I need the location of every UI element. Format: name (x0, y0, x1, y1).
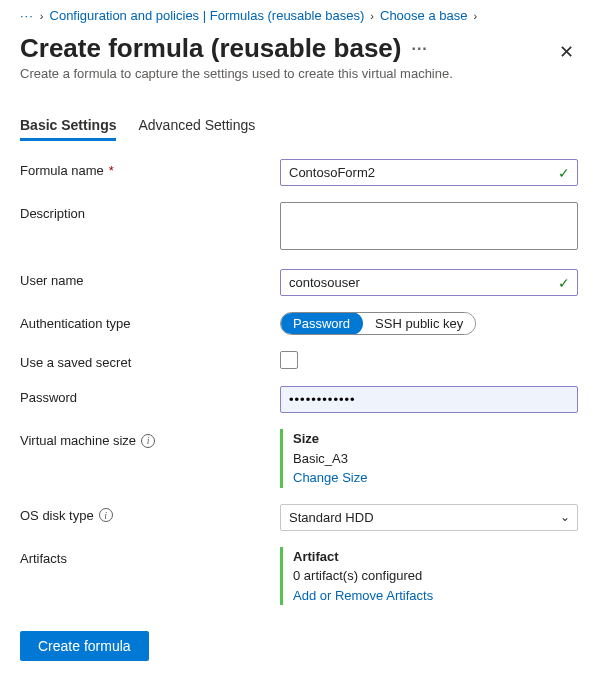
chevron-right-icon: › (40, 10, 44, 22)
auth-type-toggle: Password SSH public key (280, 312, 476, 335)
tabs: Basic Settings Advanced Settings (20, 111, 578, 141)
user-name-label: User name (20, 273, 84, 288)
artifacts-block: Artifact 0 artifact(s) configured Add or… (280, 547, 578, 606)
tab-basic-settings[interactable]: Basic Settings (20, 111, 116, 141)
artifacts-value: 0 artifact(s) configured (293, 566, 578, 586)
vm-size-value: Basic_A3 (293, 449, 578, 469)
auth-type-password[interactable]: Password (280, 312, 363, 335)
vm-size-heading: Size (293, 429, 578, 449)
description-input[interactable] (280, 202, 578, 250)
page-title-text: Create formula (reusable base) (20, 33, 401, 64)
auth-type-label: Authentication type (20, 316, 131, 331)
required-indicator: * (109, 163, 114, 178)
close-icon[interactable]: ✕ (555, 39, 578, 65)
artifacts-heading: Artifact (293, 547, 578, 567)
description-label: Description (20, 206, 85, 221)
formula-name-input[interactable] (280, 159, 578, 186)
breadcrumb-ellipsis[interactable]: ··· (20, 8, 34, 23)
change-size-link[interactable]: Change Size (293, 468, 578, 488)
page-title: Create formula (reusable base) ··· (20, 33, 555, 64)
artifacts-label: Artifacts (20, 551, 67, 566)
use-secret-checkbox[interactable] (280, 351, 298, 369)
breadcrumb-link-config[interactable]: Configuration and policies | Formulas (r… (50, 8, 365, 23)
os-disk-select[interactable] (280, 504, 578, 531)
user-name-input[interactable] (280, 269, 578, 296)
breadcrumb: ··· › Configuration and policies | Formu… (20, 8, 578, 23)
vm-size-block: Size Basic_A3 Change Size (280, 429, 578, 488)
more-icon[interactable]: ··· (411, 40, 427, 58)
password-label: Password (20, 390, 77, 405)
auth-type-ssh[interactable]: SSH public key (363, 313, 475, 334)
chevron-right-icon: › (473, 10, 477, 22)
page-subtitle: Create a formula to capture the settings… (20, 66, 555, 81)
create-formula-button[interactable]: Create formula (20, 631, 149, 661)
tab-advanced-settings[interactable]: Advanced Settings (138, 111, 255, 141)
artifacts-link[interactable]: Add or Remove Artifacts (293, 586, 578, 606)
info-icon[interactable]: i (141, 434, 155, 448)
breadcrumb-link-choose-base[interactable]: Choose a base (380, 8, 467, 23)
password-input[interactable] (280, 386, 578, 413)
formula-name-label: Formula name (20, 163, 104, 178)
info-icon[interactable]: i (99, 508, 113, 522)
form: Formula name * ✓ Description User name ✓ (20, 159, 578, 605)
chevron-right-icon: › (370, 10, 374, 22)
vm-size-label: Virtual machine size (20, 433, 136, 448)
use-secret-label: Use a saved secret (20, 355, 131, 370)
os-disk-label: OS disk type (20, 508, 94, 523)
